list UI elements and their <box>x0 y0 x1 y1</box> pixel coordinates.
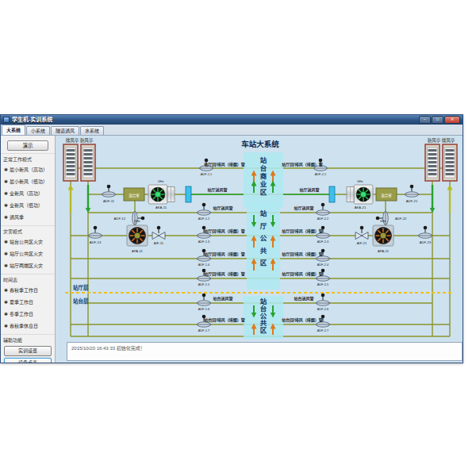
fan-icon: ✱ <box>4 287 8 293</box>
damper-tag: ADF-13 <box>90 240 102 244</box>
floor-label-hall: 站厅层 <box>73 284 89 291</box>
damper-tag: ADF-2-6 <box>317 308 328 311</box>
damper-tag: ADF-2-1 <box>315 173 326 176</box>
mode-min-fresh-air-low[interactable]: ✱最小新风（低功） <box>1 175 55 187</box>
damper-tag: ADF-1-1 <box>201 173 212 176</box>
ahu-fan-right[interactable] <box>347 185 373 204</box>
fresh-air-tower-left[interactable] <box>81 144 95 181</box>
duct-label: 站厅回/排风（排烟）管 <box>204 162 244 167</box>
duct-label: 站厅回/排风（排烟）管 <box>282 271 322 277</box>
tab-big-system[interactable]: 大系统 <box>2 125 25 135</box>
ahu-fan-left[interactable] <box>148 185 175 204</box>
diagram-title: 车站大系统 <box>241 140 279 148</box>
damper-tag: ADF-2-4 <box>317 263 328 267</box>
training-settings-button[interactable]: 实训设置 <box>4 346 52 356</box>
disaster-hall-public-fire[interactable]: ✱站厅公共区火灾 <box>1 248 55 259</box>
sidebar: 演示 正常工作模式 ✱最小新风（高功） ✱最小新风（低功） ✱全新风（高功） ✱… <box>1 136 56 363</box>
damper-tag: ADF-2-5 <box>317 283 328 286</box>
fan-icon: ✱ <box>4 299 8 305</box>
disaster-platform-public-fire[interactable]: ✱站台公共区火灾 <box>1 236 55 248</box>
floor-label-platform: 站台层 <box>73 298 89 305</box>
window-title: 学生机-实训系统 <box>12 115 416 125</box>
zone-label-platform-public: 站台公共区 <box>258 298 267 334</box>
fan-icon: ✱ <box>4 311 8 317</box>
damper-return-right[interactable] <box>419 226 432 239</box>
disaster-hall-ends-fire[interactable]: ✱站厅两端区火灾 <box>1 259 55 271</box>
item-label: 春秋季工作日 <box>10 286 38 294</box>
damper-supply-right[interactable] <box>405 185 419 198</box>
section-header-schedule: 时间表 <box>1 274 55 284</box>
butterfly-valve-left[interactable] <box>152 226 165 240</box>
butterfly-valve-right[interactable] <box>355 226 368 240</box>
return-fan-right[interactable] <box>373 225 393 246</box>
window-controls: – □ ✕ <box>419 116 460 124</box>
damper-tag: ADF-2-7 <box>317 329 328 332</box>
filter-right <box>329 186 335 202</box>
app-icon <box>3 117 10 123</box>
item-label: 最小新风（低功） <box>10 178 48 185</box>
mixing-chamber-label: 混合室 <box>381 193 392 198</box>
diagram-canvas: 车站大系统 排风亭 新风亭 新风亭 排风亭 站厅层 站台层 站厅回/排风（排烟）… <box>56 136 463 363</box>
row-damper[interactable] <box>317 294 330 306</box>
duct-label: 站台送风管 <box>213 296 232 301</box>
schedule-spring-autumn-holiday[interactable]: ✱春秋季休息日 <box>1 320 55 332</box>
exhaust-tower-left[interactable] <box>63 144 78 181</box>
damper-tag: ADF-2-2 <box>317 217 328 221</box>
damper-tag: ADF-21 <box>406 199 418 203</box>
row-damper[interactable] <box>198 294 211 306</box>
close-button[interactable]: ✕ <box>444 116 460 124</box>
return-fan-left[interactable] <box>127 225 148 246</box>
item-label: 站台公共区火灾 <box>10 238 43 245</box>
duct-label: 站厅送风管 <box>213 205 232 211</box>
fan-icon: ✱ <box>4 323 8 328</box>
duct-label: 站厅送风管 <box>294 205 313 211</box>
maximize-button[interactable]: □ <box>432 116 443 124</box>
tab-small-system[interactable]: 小系统 <box>26 126 50 135</box>
duct-label: 站厅回/排风（排烟）管 <box>204 251 244 257</box>
row-damper[interactable] <box>317 203 330 216</box>
damper-tag: ADF-1-6 <box>198 308 209 311</box>
row-damper[interactable] <box>198 203 211 216</box>
item-label: 春秋季休息日 <box>10 322 38 329</box>
schedule-summer-workday[interactable]: ✱夏季工作日 <box>1 296 55 308</box>
minimize-button[interactable]: – <box>419 116 431 124</box>
damper-tag: ADF-1-4 <box>198 263 209 267</box>
duct-label: 站台回/排风（排烟）管 <box>282 317 322 323</box>
titlebar[interactable]: 学生机-实训系统 – □ ✕ <box>1 115 463 125</box>
device-points-button[interactable]: 设备点表 <box>4 358 52 363</box>
mode-min-fresh-air-high[interactable]: ✱最小新风（高功） <box>1 163 55 175</box>
mode-ventilation-season[interactable]: ✱通风季 <box>1 211 55 223</box>
log-panel[interactable]: 2015/10/20 16:43:33 初始化完成！ <box>67 342 463 361</box>
schedule-spring-autumn-workday[interactable]: ✱春秋季工作日 <box>1 284 55 296</box>
mode-all-fresh-air-high[interactable]: ✱全新风（高功） <box>1 187 55 199</box>
item-label: 通风季 <box>10 213 24 221</box>
item-label: 站厅两端区火灾 <box>10 262 43 269</box>
duct-label: 站厅回/排风（排烟）管 <box>282 228 322 234</box>
freq-label: 0Hz <box>380 219 386 223</box>
fan-icon: ✱ <box>4 167 8 172</box>
damper-supply-left[interactable] <box>102 185 116 198</box>
fan-icon: ✱ <box>4 202 8 208</box>
schedule-winter-workday[interactable]: ✱冬季工作日 <box>1 308 55 320</box>
item-label: 全新风（低功） <box>10 202 43 209</box>
demo-button[interactable]: 演示 <box>7 140 48 151</box>
mixing-chamber-label: 混合室 <box>129 193 140 198</box>
ahu-tag: AKA-11 <box>155 205 167 209</box>
section-header-normal-modes: 正常工作模式 <box>1 153 55 163</box>
damper-tag: ADF-22 <box>395 217 407 221</box>
fan-icon: ✱ <box>4 239 8 244</box>
exhaust-tower-right[interactable] <box>443 144 457 181</box>
fresh-air-tower-right[interactable] <box>425 144 440 181</box>
item-label: 夏季工作日 <box>10 298 33 305</box>
damper-return-left[interactable] <box>89 226 102 239</box>
duct-label: 站厅回/排风（排烟）管 <box>204 228 244 234</box>
tab-water-system[interactable]: 水系统 <box>80 126 104 135</box>
freq-label: 0Hz <box>134 219 140 223</box>
damper-tag: ADF-1-5 <box>198 283 209 286</box>
fan-icon: ✱ <box>4 214 8 220</box>
mode-all-fresh-air-low[interactable]: ✱全新风（低功） <box>1 199 55 211</box>
desktop: 学生机-实训系统 – □ ✕ 大系统 小系统 隧道通风 水系统 演示 正常工作模… <box>0 0 476 476</box>
tab-tunnel-ventilation[interactable]: 隧道通风 <box>51 126 79 135</box>
fan-tag: APA-21 <box>378 249 390 253</box>
duct-label: 站台回/排风（排烟）管 <box>204 317 244 323</box>
